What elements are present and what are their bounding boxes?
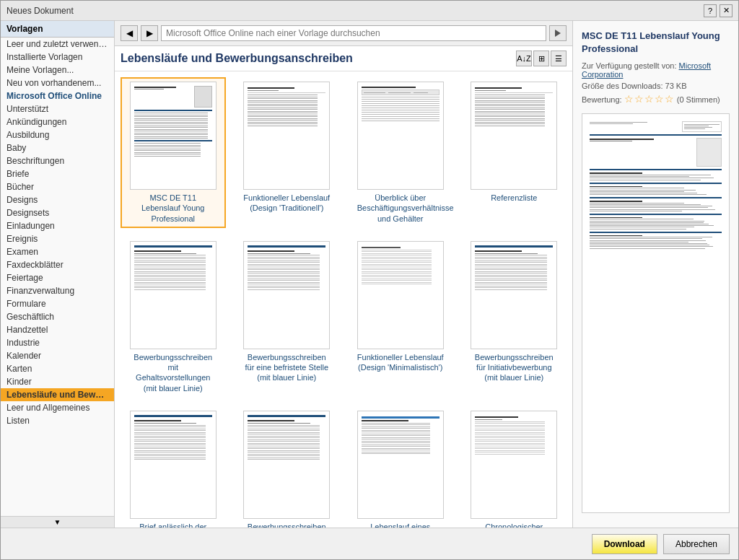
gallery-item[interactable]: Bewerbungsschreiben für eine befristete … (235, 237, 340, 398)
gallery-item[interactable]: Bewerbungsschreiben für Initiativbewerbu… (462, 237, 567, 398)
gallery-thumbnail (130, 411, 217, 519)
gallery-grid: MSC DE T11 Lebenslauf Young Professional… (121, 77, 567, 528)
sidebar-item-formulare[interactable]: Formulare (1, 297, 114, 310)
sidebar-item-ankuendigungen[interactable]: Ankündigungen (1, 115, 114, 128)
sidebar-item-designs[interactable]: Designs (1, 193, 114, 206)
preview-provider: Zur Verfügung gestellt von: Microsoft Co… (582, 61, 730, 79)
sidebar-item-meine[interactable]: Meine Vorlagen... (1, 64, 114, 76)
download-button[interactable]: Download (592, 534, 657, 554)
sidebar-item-leer2[interactable]: Leer und Allgemeines (1, 401, 114, 414)
gallery-thumbnail (471, 241, 557, 349)
preview-title: MSC DE T11 Lebenslauf Young Professional (582, 30, 730, 56)
gallery-item[interactable]: Referenzliste (462, 77, 567, 228)
sidebar-item-online[interactable]: Microsoft Office Online (1, 89, 114, 102)
sidebar-item-industrie[interactable]: Industrie (1, 336, 114, 349)
gallery-item[interactable]: MSC DE T11 Lebenslauf Young Professional (121, 77, 226, 228)
gallery-item[interactable]: Funktioneller Lebenslauf (Design 'Tradit… (235, 77, 340, 228)
gallery-item-label: Bewerbungsschreiben für eine befristete … (243, 352, 330, 383)
gallery-header: Lebensläufe und Bewerbungsanschreiben A↓… (115, 46, 572, 71)
rating-label: Bewertung: (582, 95, 622, 104)
sidebar-item-kinder[interactable]: Kinder (1, 375, 114, 388)
sidebar-item-designsets[interactable]: Designsets (1, 206, 114, 219)
gallery-thumbnail (357, 241, 444, 349)
sidebar-item-unterstuetzt[interactable]: Unterstützt (1, 102, 114, 115)
gallery-item-label: Chronologischer Lebenslauf (Minimalistis… (471, 522, 557, 528)
sidebar-item-fax[interactable]: Faxdeckblätter (1, 258, 114, 271)
gallery-title: Lebensläufe und Bewerbungsanschreiben (121, 52, 516, 65)
gallery-tools: A↓Z ⊞ ☰ (516, 51, 567, 66)
preview-size: Größe des Downloads: 73 KB (582, 82, 730, 90)
sidebar-scroll-down[interactable]: ▼ (1, 516, 114, 528)
gallery-item-label: Referenzliste (491, 193, 537, 203)
forward-button[interactable]: ▶ (141, 25, 158, 41)
sidebar-item-examen[interactable]: Examen (1, 245, 114, 258)
gallery-scroll-container[interactable]: MSC DE T11 Lebenslauf Young Professional… (115, 71, 572, 528)
sidebar-item-beschriftungen[interactable]: Beschriftungen (1, 154, 114, 167)
title-controls: ? ✕ (704, 4, 733, 17)
gallery-thumbnail (130, 241, 217, 349)
sidebar-item-karten[interactable]: Karten (1, 362, 114, 375)
gallery-item[interactable]: Lebenslauf eines Vertriebsmanagers (mode… (348, 406, 453, 528)
gallery-thumbnail (471, 82, 557, 190)
gallery-thumbnail (357, 411, 444, 519)
gallery-item[interactable]: Chronologischer Lebenslauf (Minimalistis… (462, 406, 567, 528)
go-arrow-icon (553, 28, 563, 38)
sidebar-item-listen[interactable]: Listen (1, 414, 114, 427)
gallery-item[interactable]: Bewerbungsschreiben mit Gehaltsvorstellu… (121, 237, 226, 398)
gallery-item-label: MSC DE T11 Lebenslauf Young Professional (130, 193, 217, 224)
sort-az-button[interactable]: A↓Z (516, 51, 532, 66)
rating-votes: (0 Stimmen) (677, 95, 720, 104)
svg-marker-0 (555, 30, 561, 37)
gallery-item[interactable]: Bewerbungsschreiben für eine befristete … (235, 406, 340, 528)
sidebar-list: Leer und zuletzt verwendetInstallierte V… (1, 38, 114, 516)
sidebar-item-lebenslaufe[interactable]: Lebensläufe und Bewerbungsanschrei... (1, 388, 114, 401)
gallery-thumbnail (243, 411, 330, 519)
cancel-button[interactable]: Abbrechen (663, 534, 730, 554)
close-button[interactable]: ✕ (720, 4, 733, 17)
gallery-item-label: Funktioneller Lebenslauf (Design 'Minima… (357, 352, 444, 373)
sidebar-item-kalender[interactable]: Kalender (1, 349, 114, 362)
gallery-thumbnail (243, 241, 330, 349)
sidebar: Vorlagen Leer und zuletzt verwendetInsta… (1, 21, 115, 528)
search-go-button[interactable] (549, 25, 567, 41)
gallery-item-label: Bewerbungsschreiben für eine befristete … (243, 522, 330, 528)
search-input[interactable] (161, 25, 546, 41)
sidebar-item-feiertage[interactable]: Feiertage (1, 271, 114, 284)
view-list-button[interactable]: ☰ (551, 51, 567, 66)
center-panel: ◀ ▶ Lebensläufe und Bewerbungsanschreibe… (115, 21, 572, 528)
sidebar-item-briefe[interactable]: Briefe (1, 167, 114, 180)
sidebar-item-ausbildung[interactable]: Ausbildung (1, 128, 114, 141)
sidebar-item-ereignis[interactable]: Ereignis (1, 232, 114, 245)
sidebar-item-installierte[interactable]: Installierte Vorlagen (1, 51, 114, 64)
sidebar-item-einladungen[interactable]: Einladungen (1, 219, 114, 232)
sidebar-header: Vorlagen (1, 21, 114, 38)
preview-large (582, 113, 730, 513)
rating-stars: ☆☆☆☆☆ (624, 93, 675, 105)
sidebar-item-geschaeftlich[interactable]: Geschäftlich (1, 310, 114, 323)
gallery-item-label: Bewerbungsschreiben für Initiativbewerbu… (471, 352, 557, 383)
gallery-item[interactable]: Funktioneller Lebenslauf (Design 'Minima… (348, 237, 453, 398)
window-title: Neues Dokument (6, 6, 74, 16)
main-window: Neues Dokument ? ✕ Vorlagen Leer und zul… (0, 0, 739, 560)
gallery-thumbnail (471, 411, 557, 519)
help-button[interactable]: ? (704, 4, 717, 17)
sidebar-item-handzettel[interactable]: Handzettel (1, 323, 114, 336)
gallery-item[interactable]: Überblick über Beschäftigungsverhältniss… (348, 77, 453, 228)
gallery-thumbnail (130, 82, 217, 190)
gallery-item-label: Überblick über Beschäftigungsverhältniss… (357, 193, 444, 224)
sidebar-item-neu[interactable]: Neu von vorhandenem... (1, 76, 114, 89)
gallery-item-label: Lebenslauf eines Vertriebsmanagers (mode… (357, 522, 444, 528)
sidebar-item-baby[interactable]: Baby (1, 141, 114, 154)
sidebar-item-finanz[interactable]: Finanzverwaltung (1, 284, 114, 297)
gallery-thumbnail (357, 82, 444, 190)
gallery-thumbnail (243, 82, 330, 190)
gallery-item-label: Funktioneller Lebenslauf (Design 'Tradit… (243, 193, 330, 214)
provider-label: Zur Verfügung gestellt von: (582, 61, 676, 70)
sidebar-item-buecher[interactable]: Bücher (1, 180, 114, 193)
back-button[interactable]: ◀ (121, 25, 138, 41)
gallery-item[interactable]: Brief anlässlich der Suche einer neuen A… (121, 406, 226, 528)
size-value: 73 KB (665, 82, 687, 90)
search-bar: ◀ ▶ (115, 21, 572, 46)
sidebar-item-leer[interactable]: Leer und zuletzt verwendet (1, 38, 114, 51)
view-grid-button[interactable]: ⊞ (533, 51, 549, 66)
